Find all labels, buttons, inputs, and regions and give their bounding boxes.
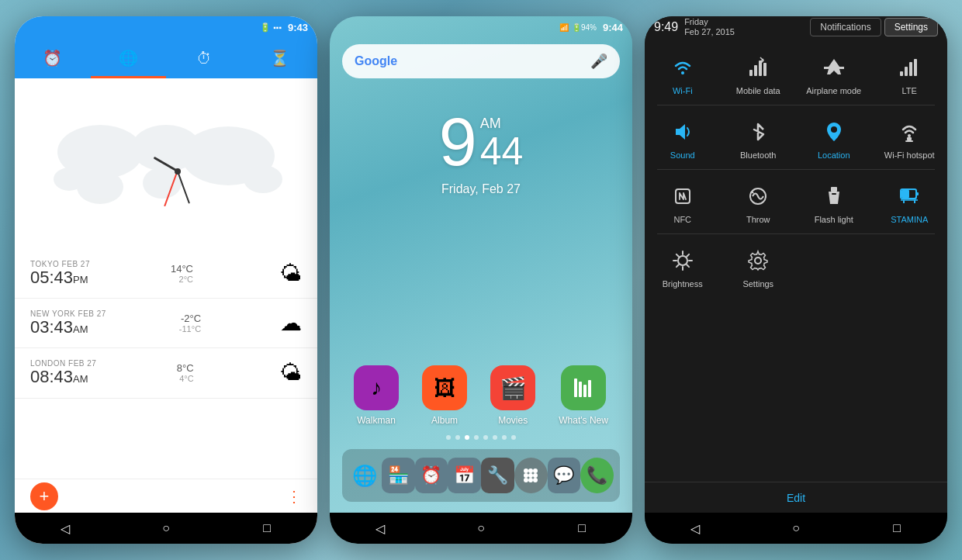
svg-line-49 (677, 254, 679, 257)
recents-button-3[interactable]: □ (885, 517, 908, 540)
home-button-2[interactable]: ○ (469, 517, 493, 540)
tab-stopwatch[interactable]: ⏳ (242, 38, 318, 78)
dock-chat[interactable]: 💬 (548, 458, 581, 493)
bottom-bar: + ⋮ (15, 479, 317, 513)
app-label-walkman: Walkman (357, 415, 396, 426)
minute-hand (177, 171, 190, 204)
home-minutes: 44 (480, 132, 524, 171)
city-weather-tokyo: 14°C 2°C (171, 263, 193, 284)
page-dot (511, 435, 516, 440)
app-movies[interactable]: 🎬 Movies (490, 365, 535, 426)
svg-rect-24 (763, 63, 766, 76)
brightness-icon (669, 247, 697, 275)
tab-alarm[interactable]: ⏰ (15, 38, 91, 78)
recents-button-2[interactable]: □ (570, 517, 593, 540)
qs-mobiledata[interactable]: Mobile data (721, 44, 797, 102)
svg-point-53 (755, 258, 761, 264)
list-item[interactable]: NEW YORK FEB 27 03:43AM -2°C -11°C ☁ (15, 299, 317, 348)
dock-grid[interactable] (514, 458, 548, 493)
svg-rect-33 (676, 189, 690, 203)
svg-rect-32 (905, 140, 913, 142)
qs-label-bluetooth: Bluetooth (740, 150, 776, 160)
notif-date: Friday Feb 27, 2015 (684, 17, 735, 37)
qs-wifi[interactable]: Wi-Fi (645, 44, 721, 102)
qs-label-stamina: STAMINA (891, 215, 928, 224)
app-walkman[interactable]: ♪ Walkman (354, 365, 399, 426)
svg-rect-39 (901, 190, 909, 198)
tab-timer[interactable]: ⏱ (166, 38, 242, 78)
wifi-icon (669, 54, 697, 81)
google-logo: Google (355, 54, 590, 68)
qs-bluetooth[interactable]: Bluetooth (721, 109, 797, 166)
qs-label-hotspot: Wi-Fi hotspot (884, 150, 935, 160)
app-whatsnew[interactable]: What's New (559, 365, 608, 426)
list-item[interactable]: LONDON FEB 27 08:43AM 8°C 4°C 🌤 (15, 348, 317, 398)
google-search-bar[interactable]: Google 🎤 (342, 44, 620, 78)
edit-button[interactable]: Edit (787, 492, 805, 504)
page-dot (502, 435, 507, 440)
qs-settings[interactable]: Settings (721, 237, 797, 295)
svg-point-44 (678, 256, 687, 265)
qs-row-2: Sound Bluetooth Location (645, 109, 947, 166)
home-date: Friday, Feb 27 (441, 182, 521, 196)
qs-label-location: Location (818, 150, 850, 160)
back-button-2[interactable]: ◁ (369, 517, 392, 540)
app-grid: ♪ Walkman 🖼 Album 🎬 Movies (342, 365, 620, 426)
dock-phone[interactable]: 📞 (580, 458, 614, 493)
city-weather-nyc: -2°C -11°C (179, 313, 201, 334)
tab-world[interactable]: 🌐 (91, 38, 167, 78)
city-weather-london: 8°C 4°C (177, 362, 194, 383)
city-list: TOKYO FEB 27 05:43PM 14°C 2°C 🌤 NEW YORK… (15, 249, 317, 479)
home-button-3[interactable]: ○ (784, 517, 808, 540)
qs-hotspot[interactable]: Wi-Fi hotspot (872, 109, 948, 166)
home-phone: 📶 🔋94% 9:44 Google 🎤 9 AM 44 Friday, Feb… (330, 16, 632, 544)
airplane-icon (820, 54, 848, 81)
list-item[interactable]: TOKYO FEB 27 05:43PM 14°C 2°C 🌤 (15, 249, 317, 299)
svg-point-5 (244, 165, 282, 193)
svg-point-15 (528, 473, 533, 478)
home-button[interactable]: ○ (154, 517, 178, 540)
notif-header-btns: Notifications Settings (810, 18, 938, 36)
svg-line-50 (687, 264, 689, 267)
qs-lte[interactable]: LTE (872, 44, 948, 102)
page-dot (474, 435, 479, 440)
svg-rect-35 (831, 187, 837, 192)
fab-button[interactable]: + (30, 482, 58, 510)
back-button-3[interactable]: ◁ (683, 517, 707, 540)
dock-calendar[interactable]: 📅 (448, 458, 481, 493)
notifications-button[interactable]: Notifications (810, 18, 881, 36)
city-time: 05:43PM (30, 268, 90, 287)
mic-icon[interactable]: 🎤 (590, 53, 607, 70)
qs-nfc[interactable]: NFC (645, 173, 721, 230)
more-button[interactable]: ⋮ (286, 487, 302, 506)
settings-button[interactable]: Settings (884, 18, 938, 36)
qs-stamina[interactable]: + STAMINA (872, 173, 948, 230)
qs-row-4: Brightness Settings (645, 237, 947, 295)
qs-row-1: Wi-Fi Mobile data (645, 44, 947, 102)
page-dot (483, 435, 488, 440)
qs-divider-1 (657, 105, 935, 105)
whatsnew-svg (571, 375, 596, 400)
page-dot (455, 435, 460, 440)
mobiledata-icon (744, 54, 772, 81)
qs-airplane[interactable]: Airplane mode (796, 44, 872, 102)
back-button[interactable]: ◁ (54, 517, 77, 540)
svg-rect-28 (914, 59, 917, 76)
qs-brightness[interactable]: Brightness (645, 237, 721, 295)
qs-sound[interactable]: Sound (645, 109, 721, 166)
dock-tools[interactable]: 🔧 (481, 458, 514, 493)
clock-center (175, 168, 181, 175)
recents-button[interactable]: □ (255, 517, 279, 540)
home-hour: 9 (439, 108, 477, 176)
qs-flashlight[interactable]: Flash light (796, 173, 872, 230)
qs-throw[interactable]: Throw (721, 173, 797, 230)
second-hand (164, 171, 178, 207)
qs-location[interactable]: Location (796, 109, 872, 166)
svg-point-6 (54, 168, 85, 191)
qs-divider-3 (657, 233, 935, 234)
dock-store[interactable]: 🏪 (382, 458, 415, 493)
qs-label-flashlight: Flash light (815, 215, 853, 224)
app-album[interactable]: 🖼 Album (422, 365, 467, 426)
dock-clock[interactable]: ⏰ (415, 458, 448, 493)
dock-chrome[interactable]: 🌐 (348, 458, 382, 493)
